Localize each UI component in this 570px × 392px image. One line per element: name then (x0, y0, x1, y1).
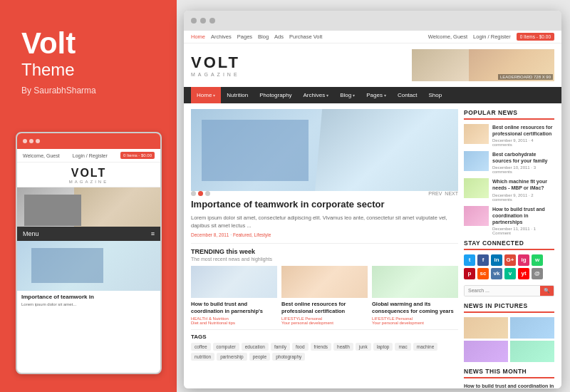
trending-title-1[interactable]: How to build trust and coordination in p… (191, 301, 277, 315)
tag-friends[interactable]: friends (311, 343, 332, 351)
this-month-title: NEWS THIS MONTH (464, 368, 554, 378)
google-icon[interactable]: G+ (504, 254, 516, 266)
trending-cat-3: LIFESTYLE Personal Your personal develop… (372, 316, 458, 325)
site-logo[interactable]: VOLT (191, 53, 240, 72)
tag-nutrition[interactable]: nutrition (191, 353, 214, 361)
tag-food[interactable]: food (292, 343, 309, 351)
tag-computer[interactable]: computer (213, 343, 239, 351)
stay-connected-title: STAY CONNECTED (464, 239, 554, 250)
topnav-blog[interactable]: Blog (258, 33, 269, 40)
tag-people[interactable]: people (249, 353, 271, 361)
popular-item-4: How to build trust and coordination in p… (464, 206, 554, 235)
tag-junk[interactable]: junk (356, 343, 371, 351)
tag-education[interactable]: education (242, 343, 269, 351)
trending-cat-note-2: Your personal development (281, 321, 333, 325)
email-icon[interactable]: @ (532, 268, 543, 279)
search-box: 🔍 (464, 285, 554, 296)
topbar-login[interactable]: Login / Register (473, 33, 511, 40)
search-button[interactable]: 🔍 (540, 286, 554, 296)
mobile-cart[interactable]: 0 Items - $0.00 (120, 152, 155, 159)
soundcloud-icon[interactable]: sc (477, 268, 489, 279)
topnav-archives[interactable]: Archives (211, 33, 232, 40)
tag-family[interactable]: family (271, 343, 290, 351)
trending-image-2 (281, 266, 368, 298)
trending-title-3[interactable]: Global warming and its consequences for … (372, 301, 458, 315)
hero-category[interactable]: Featured, Lifestyle (233, 232, 271, 237)
mainnav-home[interactable]: Home ▾ (191, 87, 221, 103)
popular-text-1: Best online resources for professional c… (492, 124, 554, 147)
tag-machine[interactable]: machine (413, 343, 438, 351)
home-arrow: ▾ (213, 93, 215, 98)
popular-meta-1: December 9, 2011 · 4 comments (492, 138, 554, 147)
hero-article-meta: December 8, 2011 · Featured, Lifestyle (191, 232, 458, 237)
site-logo-area: VOLT MAGAZINE (191, 53, 240, 77)
youtube-icon[interactable]: yt (518, 268, 529, 279)
trending-cat-1: HEALTH & Nutrition Diet and Nutritional … (191, 316, 277, 325)
popular-title-1[interactable]: Best online resources for professional c… (492, 124, 554, 137)
hero-article-title[interactable]: Importance of teamwork in corporate sect… (191, 199, 458, 211)
mainnav-pages[interactable]: Pages ▾ (361, 87, 392, 103)
mainnav-blog[interactable]: Blog ▾ (334, 87, 361, 103)
topbar-cart[interactable]: 0 Items - $0.00 (517, 33, 554, 41)
site-topbar: Home Archives Pages Blog Ads Purchase Vo… (184, 31, 561, 43)
pinterest-icon[interactable]: p (464, 268, 475, 279)
hero-prev[interactable]: PREV (428, 191, 442, 196)
mainnav-shop[interactable]: Shop (423, 87, 447, 103)
tag-laptop[interactable]: laptop (373, 343, 393, 351)
topnav-pages[interactable]: Pages (237, 33, 252, 40)
vk-icon[interactable]: vk (491, 268, 502, 279)
topnav-ads[interactable]: Ads (274, 33, 284, 40)
facebook-icon[interactable]: f (477, 254, 489, 266)
mobile-hero-image (17, 187, 160, 227)
hero-dot-3[interactable] (205, 191, 210, 196)
trending-item-2: Best online resources for professional c… (281, 266, 368, 325)
tag-photography[interactable]: photography (272, 353, 305, 361)
news-pic-4[interactable] (510, 341, 554, 362)
mobile-dot-2 (29, 139, 33, 143)
search-input[interactable] (465, 286, 540, 296)
mainnav-archives[interactable]: Archives ▾ (298, 87, 335, 103)
popular-title-3[interactable]: Which machine fit your needs - MBP or iM… (492, 178, 554, 191)
trending-title-2[interactable]: Best online resources for professional c… (281, 301, 368, 315)
this-month-title-1[interactable]: How to build trust and coordination in p… (464, 383, 554, 388)
news-pic-3[interactable] (464, 341, 508, 362)
whatsapp-icon[interactable]: w (532, 254, 543, 266)
instagram-icon[interactable]: ig (518, 254, 529, 266)
hero-pagination: PREV NEXT (191, 191, 458, 196)
news-pic-1[interactable] (464, 317, 508, 339)
hero-next[interactable]: NEXT (445, 191, 458, 196)
topnav-home[interactable]: Home (191, 33, 205, 40)
site-sidebar: POPULAR NEWS Best online resources for p… (458, 109, 554, 373)
mobile-menu-bar[interactable]: Menu ≡ (17, 227, 160, 241)
site-topbar-nav: Home Archives Pages Blog Ads Purchase Vo… (191, 33, 322, 40)
trending-item-1: How to build trust and coordination in p… (191, 266, 277, 325)
hero-dot-2[interactable] (198, 191, 203, 196)
tag-partnership[interactable]: partnership (217, 353, 247, 361)
topnav-purchase[interactable]: Purchase Volt (289, 33, 322, 40)
hero-dot-1[interactable] (191, 191, 196, 196)
popular-meta-3: December 9, 2011 · 2 comments (492, 193, 554, 202)
popular-item-1: Best online resources for professional c… (464, 124, 554, 147)
tag-coffee[interactable]: coffee (191, 343, 211, 351)
mainnav-photography[interactable]: Photography (254, 87, 297, 103)
mobile-content-image (17, 241, 160, 291)
tag-mac[interactable]: mac (395, 343, 410, 351)
popular-title-4[interactable]: How to build trust and coordination in p… (492, 206, 554, 225)
twitter-icon[interactable]: t (464, 254, 475, 266)
linkedin-icon[interactable]: in (491, 254, 502, 266)
popular-text-3: Which machine fit your needs - MBP or iM… (492, 178, 554, 201)
hamburger-icon: ≡ (151, 230, 155, 237)
mobile-login: Login / Register (73, 153, 108, 158)
mainnav-contact[interactable]: Contact (392, 87, 423, 103)
popular-image-1 (464, 124, 489, 144)
mobile-logo-sub: MAGAZINE (17, 180, 160, 184)
tag-health[interactable]: health (333, 343, 353, 351)
browser-dot-2 (200, 18, 206, 24)
mainnav-nutrition[interactable]: Nutrition (221, 87, 254, 103)
mobile-menu-label: Menu (23, 230, 39, 237)
vine-icon[interactable]: v (504, 268, 516, 279)
news-pic-2[interactable] (510, 317, 554, 339)
popular-text-4: How to build trust and coordination in p… (492, 206, 554, 235)
popular-title-2[interactable]: Best carbohydrate sources for your famil… (492, 151, 554, 164)
mobile-dot-1 (23, 139, 27, 143)
